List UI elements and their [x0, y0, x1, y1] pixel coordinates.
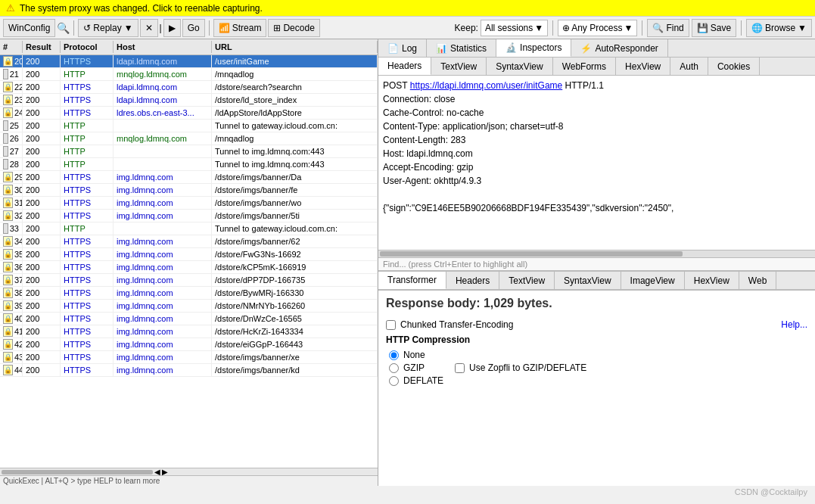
browse-button[interactable]: 🌐 Browse ▼	[746, 19, 812, 37]
tab-inspectors[interactable]: 🔬 Inspectors	[496, 39, 571, 57]
winconfig-button[interactable]: WinConfig	[3, 19, 55, 37]
replay-button[interactable]: ↺ Replay ▼	[78, 19, 138, 37]
resp-tab-imageview[interactable]: ImageView	[621, 272, 685, 289]
all-sessions-dropdown[interactable]: All sessions ▼	[481, 20, 548, 36]
request-hscrollbar[interactable]	[378, 250, 815, 257]
cell-url: /dstore/imgs/banner/62	[212, 235, 378, 247]
resp-syntaxview-label: SyntaxView	[564, 275, 611, 286]
arrow-button[interactable]: ▶	[163, 19, 181, 37]
resp-tab-headers[interactable]: Headers	[446, 272, 499, 289]
radio-gzip-row: GZIP	[389, 362, 425, 373]
cell-num: 33	[0, 222, 23, 235]
zopfli-checkbox[interactable]	[455, 363, 465, 373]
cell-num: 🔒37	[0, 274, 23, 286]
decode-label: Decode	[283, 23, 314, 33]
row-icon: 🔒	[3, 365, 13, 375]
cell-result: 200	[23, 132, 61, 145]
resp-tab-syntaxview[interactable]: SyntaxView	[555, 272, 621, 289]
resp-tab-hexview[interactable]: HexView	[685, 272, 739, 289]
cell-result: 200	[23, 261, 61, 273]
decode-button[interactable]: ⊞ Decode	[268, 19, 319, 37]
req-tab-cookies[interactable]: Cookies	[708, 58, 760, 75]
table-row[interactable]: 🔒39 200 HTTPS img.ldmnq.com /dstore/NMrN…	[0, 300, 378, 313]
cell-result: 200	[23, 300, 61, 312]
zopfli-label: Use Zopfli to GZIP/DEFLATE	[469, 362, 586, 373]
cell-num: 21	[0, 68, 23, 80]
radio-deflate-row: DEFLATE	[389, 375, 807, 386]
dropdown-arrow: ▼	[534, 23, 543, 33]
table-row[interactable]: 🔒40 200 HTTPS img.ldmnq.com /dstore/DnWz…	[0, 313, 378, 325]
table-row[interactable]: 🔒43 200 HTTPS img.ldmnq.com /dstore/imgs…	[0, 351, 378, 364]
radio-none-row: None	[389, 350, 807, 360]
table-row[interactable]: 🔒35 200 HTTPS img.ldmnq.com /dstore/FwG3…	[0, 248, 378, 261]
table-row[interactable]: 🔒38 200 HTTPS img.ldmnq.com /dstore/BywM…	[0, 287, 378, 300]
table-row[interactable]: 🔒32 200 HTTPS img.ldmnq.com /dstore/imgs…	[0, 210, 378, 222]
replay-dropdown-icon: ▼	[124, 23, 133, 33]
go-button[interactable]: Go	[182, 19, 205, 37]
save-button[interactable]: 💾 Save	[692, 19, 736, 37]
cell-url: /dstore/eiGGpP-166443	[212, 338, 378, 350]
radio-none[interactable]	[389, 350, 399, 360]
cell-num: 🔒41	[0, 325, 23, 338]
req-tab-syntaxview[interactable]: SyntaxView	[487, 58, 552, 75]
cell-num: 🔒22	[0, 81, 23, 93]
req-headers-label: Headers	[387, 61, 421, 71]
req-tab-auth[interactable]: Auth	[670, 58, 708, 75]
table-row[interactable]: 🔒29 200 HTTPS img.ldmnq.com /dstore/imgs…	[0, 171, 378, 184]
stream-button[interactable]: 📶 Stream	[213, 19, 267, 37]
cell-url: /dstore/DnWzCe-16565	[212, 313, 378, 325]
row-icon: 🔒	[3, 95, 13, 105]
chunked-checkbox[interactable]	[386, 320, 396, 330]
warning-bar[interactable]: ⚠ The system proxy was changed. Click to…	[0, 0, 815, 17]
find-bar[interactable]: Find... (press Ctrl+Enter to highlight a…	[378, 257, 815, 271]
row-icon: 🔒	[3, 339, 13, 350]
tab-autoresponder[interactable]: ⚡ AutoResponder	[571, 39, 667, 57]
table-scroll[interactable]: 🔒20 200 HTTPS ldapi.ldmnq.com /user/init…	[0, 55, 378, 468]
row-icon	[3, 69, 8, 79]
compression-label: HTTP Compression	[386, 333, 807, 347]
table-row[interactable]: 🔒22 200 HTTPS ldapi.ldmnq.com /dstore/se…	[0, 81, 378, 94]
table-row[interactable]: 28 200 HTTP Tunnel to img.ldmnq.com:443	[0, 158, 378, 171]
table-row[interactable]: 🔒36 200 HTTPS img.ldmnq.com /dstore/kCP5…	[0, 261, 378, 274]
table-row[interactable]: 🔒34 200 HTTPS img.ldmnq.com /dstore/imgs…	[0, 235, 378, 248]
cell-protocol: HTTPS	[61, 364, 114, 376]
table-row[interactable]: 🔒41 200 HTTPS img.ldmnq.com /dstore/HcKr…	[0, 325, 378, 338]
resp-tab-web[interactable]: Web	[739, 272, 776, 289]
statistics-icon: 📊	[436, 43, 447, 54]
req-tab-webforms[interactable]: WebForms	[553, 58, 616, 75]
table-row[interactable]: 21 200 HTTP mnqlog.ldmnq.com /mnqadlog	[0, 68, 378, 81]
table-row[interactable]: 🔒20 200 HTTPS ldapi.ldmnq.com /user/init…	[0, 55, 378, 68]
help-link[interactable]: Help...	[781, 319, 807, 330]
h-scrollbar[interactable]: ◀ ▶	[0, 468, 378, 475]
req-tab-headers[interactable]: Headers	[378, 58, 431, 75]
request-section: POST https://ldapi.ldmnq.com/user/initGa…	[378, 76, 815, 271]
x-button[interactable]: ✕	[140, 19, 158, 37]
req-tab-textview[interactable]: TextView	[431, 58, 487, 75]
any-process-dropdown[interactable]: ⊕ Any Process ▼	[558, 20, 637, 36]
tab-log[interactable]: 📄 Log	[378, 39, 427, 57]
table-row[interactable]: 33 200 HTTP Tunnel to gateway.icloud.com…	[0, 222, 378, 235]
req-url-link[interactable]: https://ldapi.ldmnq.com/user/initGame	[410, 80, 562, 91]
cell-url: Tunnel to gateway.icloud.com.cn:	[212, 120, 378, 132]
table-row[interactable]: 27 200 HTTP Tunnel to img.ldmnq.com:443	[0, 145, 378, 158]
radio-gzip[interactable]	[389, 363, 399, 373]
table-row[interactable]: 🔒31 200 HTTPS img.ldmnq.com /dstore/imgs…	[0, 197, 378, 210]
resp-tab-textview[interactable]: TextView	[499, 272, 555, 289]
table-row[interactable]: 🔒44 200 HTTPS img.ldmnq.com /dstore/imgs…	[0, 364, 378, 377]
cell-url: /dstore/imgs/banner/fe	[212, 184, 378, 196]
row-icon: 🔒	[3, 185, 13, 195]
table-row[interactable]: 🔒24 200 HTTPS ldres.obs.cn-east-3... /ld…	[0, 107, 378, 120]
table-row[interactable]: 🔒42 200 HTTPS img.ldmnq.com /dstore/eiGG…	[0, 338, 378, 351]
table-row[interactable]: 🔒23 200 HTTPS ldapi.ldmnq.com /dstore/ld…	[0, 94, 378, 107]
table-row[interactable]: 🔒37 200 HTTPS img.ldmnq.com /dstore/dPP7…	[0, 274, 378, 287]
req-auth-label: Auth	[680, 61, 698, 72]
resp-tab-transformer[interactable]: Transformer	[378, 272, 446, 289]
table-row[interactable]: 🔒30 200 HTTPS img.ldmnq.com /dstore/imgs…	[0, 184, 378, 197]
find-button[interactable]: 🔍 Find	[647, 19, 689, 37]
radio-deflate[interactable]	[389, 376, 399, 386]
req-tab-hexview[interactable]: HexView	[616, 58, 670, 75]
table-row[interactable]: 25 200 HTTP Tunnel to gateway.icloud.com…	[0, 120, 378, 132]
request-content[interactable]: POST https://ldapi.ldmnq.com/user/initGa…	[378, 76, 815, 250]
tab-statistics[interactable]: 📊 Statistics	[427, 39, 496, 57]
table-row[interactable]: 26 200 HTTP mnqlog.ldmnq.com /mnqadlog	[0, 132, 378, 145]
